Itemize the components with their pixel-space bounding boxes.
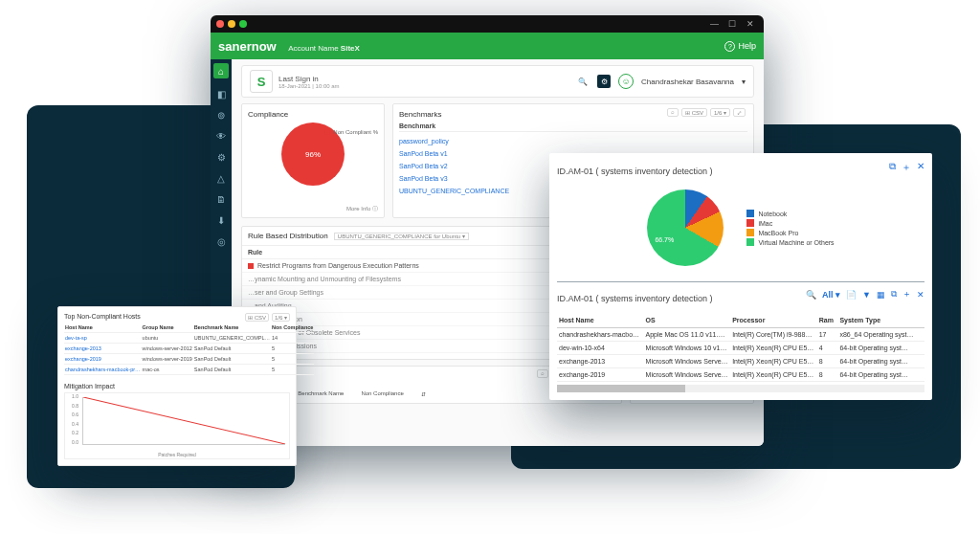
rp-search-icon[interactable]: 🔍: [806, 290, 816, 300]
nav-download-icon[interactable]: ⬇: [215, 214, 227, 226]
last-signin-value: 18-Jan-2021 | 10:00 am: [278, 83, 340, 89]
nav-alerts-icon[interactable]: △: [215, 172, 227, 184]
nav-scan-icon[interactable]: ⊚: [215, 109, 227, 121]
bench-page-select[interactable]: 1/6 ▾: [710, 108, 730, 117]
rp-export-icon[interactable]: 📄: [846, 290, 857, 300]
table-head-row: Host NameOSProcessorRamSystem Type: [557, 313, 924, 328]
last-signin-label: Last Sign in: [278, 75, 340, 83]
more-info-link[interactable]: More Info ⓘ: [346, 205, 378, 213]
top-noncompliant-panel: ⊞ CSV 1/6 ▾ Top Non-Compliant Hosts Host…: [57, 306, 297, 466]
table-row[interactable]: dev-win-10-x64Microsoft Windows 10 v1903…: [557, 342, 924, 355]
mitigation-chart: 1.00.80.60.40.20.0 Patches Required: [64, 392, 290, 459]
max-dot[interactable]: [239, 20, 247, 28]
mitigation-title: Mitigation Impact: [64, 383, 290, 389]
bench-csv-button[interactable]: ⊞ CSV: [681, 108, 707, 117]
rp-detach-icon[interactable]: ⧉: [891, 289, 897, 300]
app-header: sanernow Account Name SiteX ?Help: [211, 33, 764, 59]
legend-swatch: [746, 229, 754, 236]
account-label: Account Name SiteX: [288, 44, 360, 53]
brand: sanernow: [218, 39, 277, 54]
compliance-card: Compliance Non Compliant % 96% More Info…: [241, 103, 385, 218]
table-row[interactable]: chandrashekhars-macbook-…Apple Mac OS 11…: [557, 328, 924, 342]
pie-legend: Notebook iMac MacBook Pro Virtual Machin…: [746, 208, 834, 248]
inventory-table: Host NameOSProcessorRamSystem Type chand…: [557, 313, 924, 382]
max-icon[interactable]: ☐: [728, 19, 740, 29]
nav-dashboard-icon[interactable]: ◧: [215, 88, 227, 100]
gear-icon[interactable]: ⚙: [597, 75, 611, 88]
table-row[interactable]: exchange-2013Microsoft Windows Server 2……: [557, 355, 924, 368]
detach-icon[interactable]: ⧉: [889, 161, 896, 174]
rp-title-1: ID.AM-01 ( systems inventory detection ): [557, 167, 713, 176]
rule-status-icon: [248, 263, 254, 269]
nav-home-icon[interactable]: ⌂: [213, 63, 229, 78]
legend-swatch: [746, 238, 754, 246]
rule-benchmark-select[interactable]: UBUNTU_GENERIC_COMPLIANCE for Ubuntu ▾: [334, 233, 469, 240]
table-row[interactable]: dev-ta-spubuntuUBUNTU_GENERIC_COMPL…14: [64, 333, 314, 344]
close-dot[interactable]: [216, 20, 224, 28]
rp-all-filter[interactable]: All ▾: [822, 290, 840, 300]
legend-swatch: [746, 210, 754, 217]
rp-title-2: ID.AM-01 ( systems inventory detection ): [557, 294, 713, 303]
min-dot[interactable]: [228, 20, 235, 28]
user-name[interactable]: Chandrashekar Basavanna: [641, 78, 734, 86]
table-row[interactable]: exchange-2019windows-server-2019SanPod D…: [64, 354, 314, 365]
y-axis: 1.00.80.60.40.20.0: [67, 393, 78, 445]
inventory-pie: 66.7%: [647, 189, 724, 266]
benchmarks-tools: ⌕ ⊞ CSV 1/6 ▾ ⤢: [667, 108, 746, 117]
legend-swatch: [746, 219, 754, 227]
inventory-detection-panel: ⧉ ＋ ✕ ID.AM-01 ( systems inventory detec…: [549, 153, 932, 400]
nav-settings-icon[interactable]: ⚙: [215, 151, 227, 163]
table-row[interactable]: chandrashekhars-macbook-pr…mac-osSanPod …: [64, 365, 314, 375]
min-icon[interactable]: —: [710, 19, 723, 29]
svg-line-0: [83, 397, 285, 444]
nav-view-icon[interactable]: 👁: [215, 130, 227, 142]
table-row[interactable]: exchange-2013windows-server-2012SanPod D…: [64, 344, 314, 354]
benchmarks-header: Benchmark: [399, 122, 747, 132]
bench-search-icon[interactable]: ⌕: [667, 108, 679, 117]
x-axis-label: Patches Required: [65, 452, 289, 457]
nch-search-icon[interactable]: ⌕: [537, 369, 548, 378]
rp-filter-icon[interactable]: ▼: [862, 290, 871, 300]
line-chart-svg: [83, 397, 285, 444]
compliance-legend: Non Compliant %: [324, 129, 378, 136]
table-row[interactable]: exchange-2019Microsoft Windows Server 2……: [557, 368, 924, 382]
window-titlebar: — ☐ ✕: [211, 15, 764, 33]
rp-close-icon[interactable]: ✕: [917, 290, 924, 300]
horizontal-scrollbar[interactable]: [557, 385, 924, 392]
mac-traffic-lights: [216, 20, 247, 28]
rp-grid-icon[interactable]: ▦: [877, 290, 885, 300]
close-icon[interactable]: ✕: [917, 161, 924, 174]
app-logo: S: [250, 70, 273, 93]
nav-target-icon[interactable]: ◎: [215, 235, 227, 247]
scrollbar-thumb[interactable]: [557, 385, 685, 392]
bench-expand-icon[interactable]: ⤢: [733, 108, 746, 117]
user-avatar[interactable]: ☺: [618, 74, 634, 89]
lp-csv-button[interactable]: ⊞ CSV: [245, 313, 269, 322]
rp-add-icon[interactable]: ＋: [902, 288, 911, 300]
compliance-title: Compliance: [248, 110, 378, 119]
search-icon[interactable]: 🔍: [576, 75, 590, 88]
help-button[interactable]: ?Help: [724, 41, 756, 52]
lp-page-select[interactable]: 1/6 ▾: [272, 313, 290, 322]
add-icon[interactable]: ＋: [902, 161, 911, 174]
table-head-row: Host NameGroup NameBenchmark NameNon Com…: [64, 323, 314, 333]
nav-reports-icon[interactable]: 🗎: [215, 193, 227, 205]
user-menu-chevron-icon[interactable]: ▾: [742, 78, 746, 86]
lp-table: Host NameGroup NameBenchmark NameNon Com…: [64, 323, 314, 375]
benchmark-link[interactable]: password_policy: [399, 135, 747, 147]
window-controls[interactable]: — ☐ ✕: [710, 19, 758, 29]
top-bar: S Last Sign in 18-Jan-2021 | 10:00 am 🔍 …: [241, 65, 754, 98]
close-icon[interactable]: ✕: [746, 19, 758, 29]
